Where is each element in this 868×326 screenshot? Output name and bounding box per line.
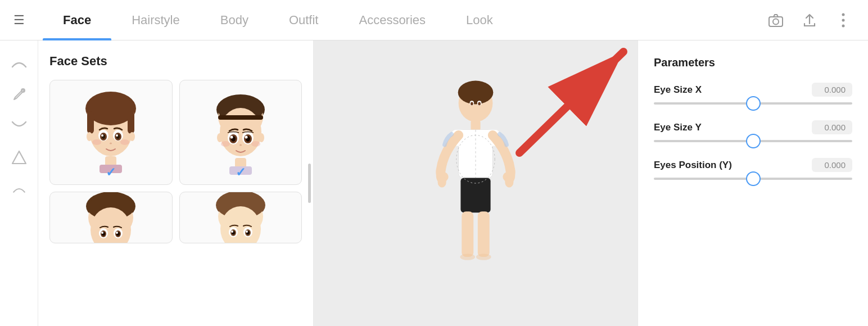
- share-button[interactable]: [798, 9, 821, 31]
- svg-point-80: [438, 177, 446, 188]
- tab-face[interactable]: Face: [43, 0, 111, 40]
- hamburger-icon[interactable]: ☰: [13, 13, 25, 28]
- svg-point-22: [129, 132, 135, 141]
- face-sets-title: Face Sets: [49, 54, 302, 69]
- face-card-1-check: ✓: [106, 165, 116, 180]
- svg-point-2: [842, 13, 845, 16]
- svg-point-54: [101, 232, 103, 234]
- nav-tabs: Face Hairstyle Body Outfit Accessories L…: [43, 0, 765, 40]
- main-content: Face Sets: [0, 40, 868, 326]
- parameters-panel: Parameters Eye Size X 0.000 Eye Size Y 0…: [638, 40, 868, 326]
- svg-point-20: [110, 143, 112, 144]
- svg-rect-10: [87, 111, 94, 134]
- svg-point-4: [842, 24, 845, 27]
- camera-icon: [768, 12, 784, 28]
- eyes-position-y-thumb[interactable]: [746, 171, 761, 186]
- face-panel: Face Sets: [38, 40, 314, 326]
- svg-point-3: [842, 19, 845, 21]
- param-eye-size-x: Eye Size X 0.000: [654, 83, 852, 105]
- eye-size-y-thumb[interactable]: [746, 134, 761, 148]
- svg-point-58: [116, 232, 118, 234]
- svg-rect-84: [462, 211, 473, 257]
- preview-area: [314, 40, 638, 326]
- svg-point-76: [478, 102, 481, 106]
- sidebar-pen-tool-icon[interactable]: [6, 81, 33, 108]
- param-eye-size-y: Eye Size Y 0.000: [654, 120, 852, 142]
- eye-size-y-slider[interactable]: [654, 140, 852, 142]
- eye-size-y-label: Eye Size Y: [654, 122, 702, 133]
- eye-size-y-value: 0.000: [812, 120, 852, 134]
- svg-point-44: [259, 133, 264, 142]
- face-grid: ✓: [49, 80, 302, 243]
- tab-accessories[interactable]: Accessories: [338, 0, 446, 40]
- scroll-indicator[interactable]: [308, 164, 311, 203]
- svg-point-42: [251, 141, 260, 147]
- svg-point-41: [221, 141, 230, 147]
- sidebar-arc-top-icon[interactable]: [6, 49, 33, 76]
- face-avatar-3: [74, 192, 147, 243]
- svg-point-9: [87, 94, 134, 125]
- face-avatar-4: [204, 192, 277, 243]
- svg-point-25: [92, 139, 101, 145]
- eye-size-x-slider[interactable]: [654, 102, 852, 105]
- header: ☰ Face Hairstyle Body Outfit Accessories…: [0, 0, 868, 40]
- svg-rect-85: [478, 211, 490, 257]
- tab-outfit[interactable]: Outfit: [269, 0, 339, 40]
- svg-point-35: [230, 136, 233, 139]
- svg-point-21: [87, 132, 92, 141]
- share-icon: [802, 12, 817, 28]
- face-card-4[interactable]: [179, 192, 302, 243]
- more-button[interactable]: [832, 9, 855, 31]
- face-card-1[interactable]: ✓: [49, 80, 173, 185]
- svg-point-1: [773, 19, 779, 24]
- character-preview: [414, 76, 537, 290]
- svg-point-40: [239, 144, 242, 146]
- camera-button[interactable]: [765, 9, 787, 31]
- left-sidebar: [0, 40, 38, 326]
- svg-point-81: [505, 177, 513, 188]
- tab-look[interactable]: Look: [446, 0, 513, 40]
- svg-point-5: [21, 89, 25, 92]
- more-icon: [842, 13, 845, 28]
- tab-hairstyle[interactable]: Hairstyle: [111, 0, 200, 40]
- svg-rect-77: [471, 120, 480, 131]
- sidebar-arc-small-icon[interactable]: [6, 175, 33, 202]
- app-container: ☰ Face Hairstyle Body Outfit Accessories…: [0, 0, 868, 326]
- svg-point-87: [460, 253, 475, 260]
- svg-point-15: [101, 134, 103, 137]
- svg-point-66: [231, 230, 233, 233]
- eyes-position-y-slider[interactable]: [654, 178, 852, 180]
- header-icons: [765, 9, 855, 31]
- param-eyes-position-y: Eyes Position (Y) 0.000: [654, 158, 852, 180]
- svg-point-88: [476, 253, 491, 260]
- sidebar-triangle-icon[interactable]: [6, 144, 33, 171]
- svg-point-39: [245, 136, 247, 139]
- svg-point-74: [471, 102, 473, 106]
- svg-point-19: [116, 134, 118, 137]
- svg-point-70: [246, 230, 248, 233]
- eye-size-x-label: Eye Size X: [654, 84, 702, 96]
- face-card-3[interactable]: [49, 192, 173, 243]
- tab-body[interactable]: Body: [200, 0, 269, 40]
- face-card-2[interactable]: ✓: [179, 80, 302, 185]
- eye-size-x-thumb[interactable]: [746, 96, 761, 111]
- svg-point-43: [217, 133, 223, 142]
- face-card-2-check: ✓: [236, 165, 246, 180]
- eyes-position-y-label: Eyes Position (Y): [654, 160, 732, 171]
- svg-rect-31: [218, 115, 263, 120]
- eyes-position-y-value: 0.000: [812, 158, 852, 172]
- svg-point-72: [458, 81, 494, 105]
- sidebar-arc-bottom-icon[interactable]: [6, 112, 33, 139]
- parameters-title: Parameters: [654, 56, 852, 69]
- svg-point-30: [220, 108, 261, 156]
- svg-rect-11: [128, 111, 134, 134]
- svg-point-26: [120, 139, 129, 145]
- eye-size-x-value: 0.000: [812, 83, 852, 97]
